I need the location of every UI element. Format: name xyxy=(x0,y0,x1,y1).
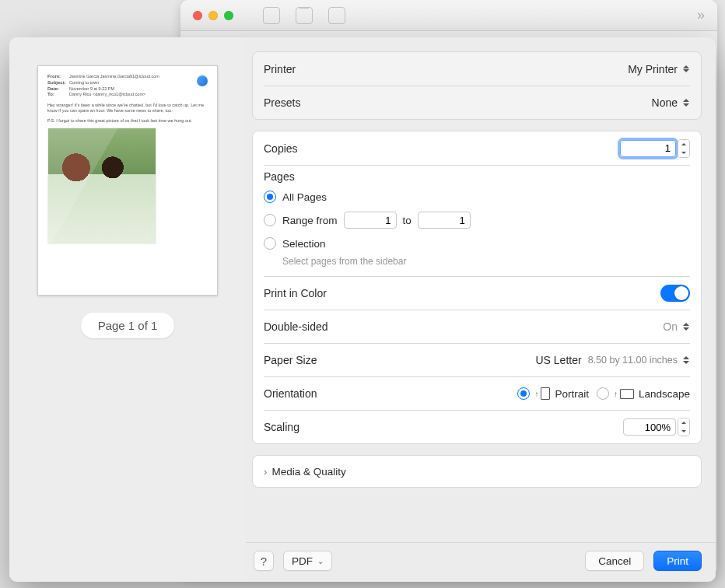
page-indicator: Page 1 of 1 xyxy=(81,313,175,338)
scaling-input[interactable] xyxy=(623,418,676,436)
chevron-right-icon: › xyxy=(264,466,268,478)
preview-subject-label: Subject: xyxy=(47,80,69,86)
paper-size-label: Paper Size xyxy=(264,354,317,366)
junk-icon xyxy=(328,7,345,24)
range-to-label: to xyxy=(403,215,412,226)
portrait-icon: ↑ xyxy=(534,387,550,400)
selection-hint: Select pages from the sidebar xyxy=(264,256,690,267)
all-pages-label: All Pages xyxy=(282,191,327,203)
paper-size-value[interactable]: US Letter xyxy=(535,354,581,366)
preview-to-label: To: xyxy=(47,92,69,98)
selection-label: Selection xyxy=(282,238,326,250)
media-quality-disclosure[interactable]: › Media & Quality xyxy=(264,456,690,487)
stepper-down-icon[interactable] xyxy=(678,427,689,436)
updown-icon[interactable] xyxy=(682,320,690,333)
close-window-button[interactable] xyxy=(193,11,202,20)
printer-label: Printer xyxy=(264,63,296,75)
portrait-label: Portrait xyxy=(555,388,589,400)
printer-presets-card: Printer My Printer Presets None xyxy=(252,51,702,120)
all-pages-radio[interactable] xyxy=(264,191,276,203)
preview-page: From:Jasmine Garcia Jasmine.Garcia91@icl… xyxy=(37,65,218,296)
preview-from-value: Jasmine Garcia Jasmine.Garcia91@icloud.c… xyxy=(69,74,159,79)
preview-date-label: Date: xyxy=(47,86,69,93)
archive-icon xyxy=(263,7,280,24)
background-titlebar: » xyxy=(180,0,717,31)
preview-body-1: Hey stranger! It's been a while since we… xyxy=(47,103,208,114)
preview-from-label: From: xyxy=(47,74,69,80)
copies-label: Copies xyxy=(264,142,298,155)
media-quality-label: Media & Quality xyxy=(272,466,346,478)
landscape-label: Landscape xyxy=(639,388,690,400)
updown-icon[interactable] xyxy=(682,96,690,109)
landscape-icon: ↑ xyxy=(614,389,634,399)
double-sided-label: Double-sided xyxy=(264,320,328,333)
preview-subject-value: Coming to town xyxy=(69,80,99,85)
selection-radio[interactable] xyxy=(264,237,276,250)
avatar-icon xyxy=(197,75,208,86)
range-from-input[interactable] xyxy=(344,212,397,229)
landscape-radio[interactable] xyxy=(597,387,609,400)
help-button[interactable]: ? xyxy=(254,551,274,571)
scaling-stepper[interactable] xyxy=(678,418,690,436)
paper-size-dims: 8.50 by 11.00 inches xyxy=(588,355,678,366)
background-toolbar xyxy=(240,7,691,24)
trash-icon xyxy=(296,7,313,24)
preview-to-value: Danny Rico <danny_rico1@icloud.com> xyxy=(69,92,145,96)
zoom-window-button[interactable] xyxy=(224,11,233,20)
pages-label: Pages xyxy=(264,170,690,183)
print-color-toggle[interactable] xyxy=(660,285,690,302)
preview-image xyxy=(47,128,156,244)
presets-label: Presets xyxy=(264,96,300,109)
copies-input[interactable] xyxy=(620,140,676,157)
portrait-radio[interactable] xyxy=(517,387,530,400)
chevron-down-icon: ⌄ xyxy=(317,557,324,565)
print-color-label: Print in Color xyxy=(264,287,327,299)
media-quality-card: › Media & Quality xyxy=(252,455,702,488)
copies-stepper[interactable] xyxy=(678,139,690,158)
dialog-footer: ? PDF ⌄ Cancel Print xyxy=(246,542,716,582)
window-controls xyxy=(193,11,233,20)
range-to-input[interactable] xyxy=(418,212,471,229)
print-dialog: From:Jasmine Garcia Jasmine.Garcia91@icl… xyxy=(9,37,716,582)
stepper-up-icon[interactable] xyxy=(678,418,689,427)
minimize-window-button[interactable] xyxy=(208,11,218,20)
scaling-label: Scaling xyxy=(264,421,299,433)
stepper-up-icon[interactable] xyxy=(678,140,689,149)
preview-date-value: November 9 at 9:22 PM xyxy=(69,86,114,91)
preview-pane: From:Jasmine Garcia Jasmine.Garcia91@icl… xyxy=(9,37,246,582)
overflow-icon: » xyxy=(697,7,705,23)
updown-icon[interactable] xyxy=(682,354,690,366)
print-button[interactable]: Print xyxy=(653,551,702,571)
updown-icon[interactable] xyxy=(682,63,690,75)
printer-value[interactable]: My Printer xyxy=(628,63,678,75)
cancel-button[interactable]: Cancel xyxy=(585,551,644,571)
range-radio[interactable] xyxy=(264,214,276,226)
range-from-label: Range from xyxy=(282,215,338,226)
print-options-card: Copies Pages All Pages xyxy=(252,131,702,444)
double-sided-value[interactable]: On xyxy=(663,320,678,333)
pdf-menu-button[interactable]: PDF ⌄ xyxy=(283,551,332,571)
orientation-label: Orientation xyxy=(264,387,317,400)
pdf-label: PDF xyxy=(292,555,313,567)
preview-body-2: P.S. I forgot to share this great pictur… xyxy=(47,118,208,124)
stepper-down-icon[interactable] xyxy=(678,149,689,157)
presets-value[interactable]: None xyxy=(652,96,678,109)
